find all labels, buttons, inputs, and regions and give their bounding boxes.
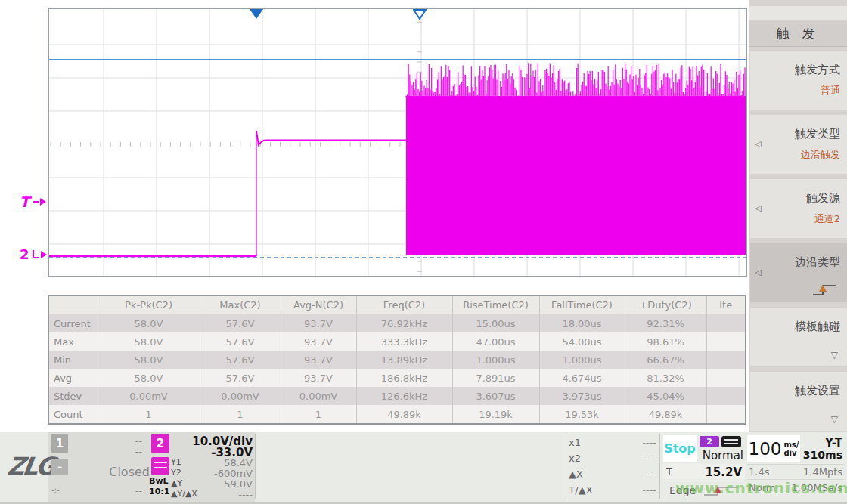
table-cell: 92.31% — [625, 314, 706, 333]
menu-button-6[interactable]: 触发设置▽ — [750, 372, 847, 431]
trigger-delay-marker-icon[interactable] — [413, 9, 427, 20]
cursor-label: Y1 — [171, 457, 182, 468]
status-bar: ZLG® 1 -- -- - Closed -:- -- 2 10.0V/div… — [0, 432, 847, 504]
channel2-position-marker[interactable]: 2 — [20, 246, 47, 262]
table-cell: 19.53k — [539, 405, 625, 424]
table-cell: 0.00mV — [200, 387, 281, 405]
row-label: Current — [48, 314, 98, 333]
channel1-probe-ratio: -:- — [51, 486, 60, 494]
channel1-sub-badge[interactable]: - — [51, 459, 68, 475]
expand-left-icon: ◁ — [755, 139, 761, 149]
table-header-cell — [48, 295, 98, 314]
table-cell: 93.7V — [281, 314, 356, 333]
cursor-value: ---- — [642, 437, 656, 448]
trigger-coupling-value: Edge — [669, 484, 696, 496]
record-points-value: 1.4Mpts — [786, 466, 842, 478]
row-label: Max — [48, 332, 98, 351]
table-header-cell: Max(C2) — [200, 295, 281, 314]
table-cell: 58.0V — [98, 314, 200, 333]
channel1-scale-value: -- — [106, 435, 142, 447]
channel2-info-chip — [151, 457, 169, 475]
menu-button-5[interactable]: 模板触碰▽ — [750, 308, 847, 366]
trigger-level-marker[interactable]: T — [20, 193, 46, 210]
trigger-position-marker-icon[interactable] — [250, 9, 263, 19]
menu-button-1[interactable]: 触发方式普通 — [750, 51, 847, 110]
table-cell: 49.89k — [356, 405, 452, 424]
cursor-value: ---- — [642, 468, 656, 480]
table-header-cell: Ite — [706, 295, 746, 314]
right-arrow-icon — [40, 198, 46, 206]
table-cell: 49.89k — [625, 405, 706, 424]
table-row: Current58.0V57.6V93.7V76.92kHz15.00us18.… — [48, 314, 746, 333]
trigger-menu-panel: 触 发 触发方式普通◁触发类型边沿触发◁触发源通道2◁边沿类型模板触碰▽触发设置… — [749, 0, 847, 432]
channel2-marker-label: 2 — [20, 246, 29, 262]
divider — [747, 464, 844, 465]
table-cell: 18.00us — [539, 314, 625, 333]
acquire-mode-value: Norm — [749, 482, 775, 493]
divider — [747, 479, 844, 480]
menu-title: 触 发 — [749, 21, 847, 47]
table-cell: 58.0V — [98, 351, 200, 369]
channel2-badge[interactable]: 2 — [151, 434, 169, 453]
table-cell: 13.89kHz — [356, 351, 452, 369]
rising-edge-icon — [812, 283, 838, 298]
row-label: Count — [48, 405, 98, 424]
cursor-label: ▲Y/▲X — [171, 489, 197, 500]
timebase-scale-box[interactable]: 100 ms/div — [747, 435, 800, 462]
menu-button-4[interactable]: ◁边沿类型 — [750, 243, 847, 302]
table-cell: 19.19k — [452, 405, 539, 424]
table-cell: 57.6V — [200, 332, 281, 351]
x-cursor-row: 1/▲X---- — [569, 484, 656, 496]
table-row: Count11149.89k19.19k19.53k49.89k — [48, 405, 746, 424]
menu-button-value: 普通 — [821, 84, 840, 97]
y-cursor-row: ▲Y/▲X---- — [171, 489, 253, 500]
x-cursor-row: x2---- — [569, 453, 656, 464]
expand-left-icon: ◁ — [755, 267, 761, 277]
table-cell: 126.6kHz — [356, 387, 452, 405]
menu-button-3[interactable]: ◁触发源通道2 — [750, 179, 847, 238]
cursor-label: x1 — [569, 437, 581, 448]
menu-button-value: 边沿触发 — [801, 148, 840, 162]
row-label: Stdev — [48, 387, 98, 405]
table-cell: 4.674us — [539, 369, 625, 387]
y-cursor-row: Y158.4V — [171, 457, 253, 468]
menu-button-2[interactable]: ◁触发类型边沿触发 — [750, 115, 847, 174]
y-cursor-row: ▲Y59.0V — [171, 478, 253, 490]
table-cell: 1 — [98, 405, 200, 424]
ground-icon — [33, 250, 39, 258]
display-mode-value: Y-T — [802, 436, 842, 450]
menu-button-label: 触发类型 — [795, 127, 840, 141]
sample-rate-value: 1.00MSa/s — [779, 482, 842, 493]
table-cell: 76.92kHz — [356, 314, 452, 333]
table-cell — [706, 332, 746, 351]
cursor-label: ▲X — [569, 468, 583, 480]
cursor-value: ---- — [238, 489, 253, 500]
channel1-status: Closed — [83, 465, 150, 479]
trigger-level-value: 15.2V — [684, 465, 742, 479]
row-label: Min — [48, 351, 98, 369]
table-cell: 1 — [281, 405, 356, 424]
table-cell — [706, 405, 746, 424]
table-cell: 58.0V — [98, 332, 200, 351]
table-cell: 66.67% — [625, 351, 706, 369]
chevron-down-icon: ▽ — [831, 414, 838, 425]
table-header-cell: FallTime(C2) — [539, 295, 625, 314]
x-cursor-row: x1---- — [569, 437, 656, 448]
waveform-plot[interactable] — [48, 8, 747, 277]
table-cell: 3.973us — [539, 387, 625, 405]
table-cell: 1.000us — [452, 351, 539, 369]
menu-button-label: 触发方式 — [795, 63, 840, 77]
channel1-badge[interactable]: 1 — [51, 434, 68, 453]
record-duration-value: 1.4s — [749, 466, 769, 478]
trigger-coupling-row: Edge — [662, 481, 745, 499]
run-state-indicator[interactable]: Stop — [663, 435, 697, 462]
table-cell: 58.0V — [98, 369, 200, 387]
cursor-label: x2 — [569, 453, 581, 464]
table-header-cell: Avg-N(C2) — [281, 295, 356, 314]
table-cell: 93.7V — [281, 332, 356, 351]
chevron-down-icon: ▽ — [831, 350, 838, 360]
right-arrow-icon — [41, 251, 47, 258]
table-cell: 45.04% — [625, 387, 706, 405]
cursor-value: ---- — [642, 453, 656, 464]
trigger-source-badge: 2 — [700, 436, 719, 447]
